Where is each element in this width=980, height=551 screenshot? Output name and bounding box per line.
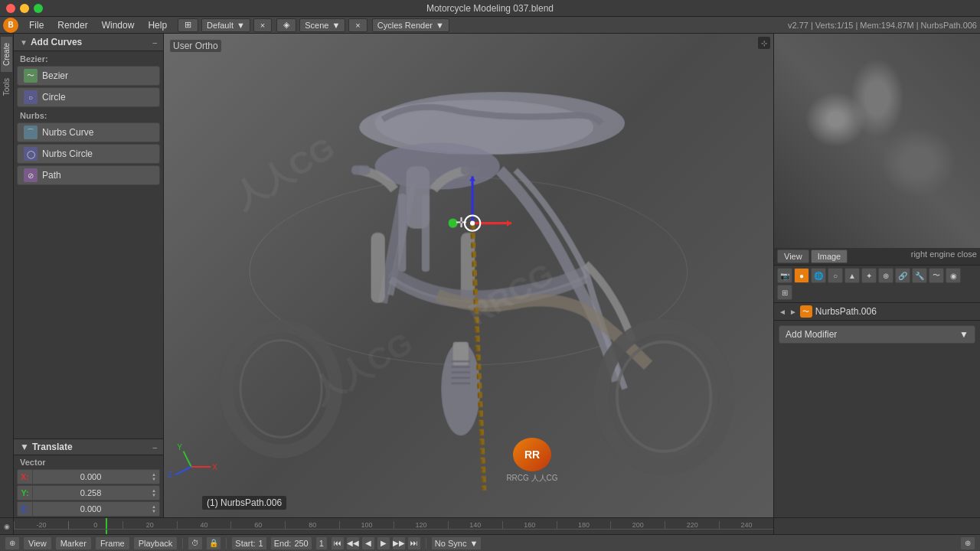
menu-render[interactable]: Render (51, 18, 93, 32)
x-vector-field: X: 0.000 ▲▼ (17, 469, 160, 484)
info-bar: v2.77 | Verts:1/15 | Mem:194.87M | Nurbs… (788, 21, 977, 30)
status-right-icon[interactable]: ⊕ (960, 536, 975, 550)
data-icon[interactable]: 〜 (929, 268, 944, 283)
blender-logo[interactable]: B (3, 18, 18, 33)
rrcg-circle-icon: RR (513, 438, 551, 471)
right-panel: View Image right engine close 📷 ● 🌐 ○ ▲ … (773, 34, 980, 517)
scene-close-btn[interactable]: × (348, 18, 367, 32)
jump-end-btn[interactable]: ⏭ (407, 536, 421, 550)
timeline-mark-200: 200 (610, 521, 665, 529)
bezier-button[interactable]: 〜 Bezier (17, 66, 160, 86)
menu-file[interactable]: File (23, 18, 50, 32)
rrcg-logo: RR RRCG 人人CG (498, 438, 567, 484)
current-frame-field[interactable]: 1 (315, 536, 328, 550)
play-btn[interactable]: ▶ (377, 536, 390, 550)
prev-frame-btn[interactable]: ◀ (361, 536, 375, 550)
status-sep-1 (182, 538, 183, 549)
z-value[interactable]: 0.000 (33, 504, 149, 514)
timeline-mark-60: 60 (230, 521, 285, 529)
scene-icon-btn[interactable]: ◈ (276, 18, 296, 32)
image-tab[interactable]: Image (811, 249, 848, 263)
timeline-track[interactable]: -20 0 20 40 60 80 100 120 140 160 180 20… (14, 518, 773, 534)
start-value[interactable]: 1 (259, 539, 263, 548)
texture-icon[interactable]: ⊞ (777, 285, 792, 300)
sync-dropdown[interactable]: No Sync ▼ (431, 536, 482, 550)
world-icon[interactable]: ○ (828, 268, 843, 283)
translate-collapse-icon[interactable]: ▼ (20, 442, 29, 452)
obj-props-icon[interactable]: ▲ (844, 268, 860, 283)
add-curves-header: ▼ Add Curves – (14, 34, 163, 51)
y-arrows[interactable]: ▲▼ (149, 486, 159, 500)
svg-rect-23 (461, 165, 479, 174)
x-axis-label: X: (18, 470, 33, 484)
svg-rect-7 (398, 194, 406, 272)
translate-close-btn[interactable]: – (152, 443, 157, 452)
next-frame-btn[interactable]: ▶▶ (392, 536, 406, 550)
circle-icon: ○ (24, 90, 38, 104)
path-label: Path (42, 170, 61, 181)
workspace-icon-btn[interactable]: ⊞ (178, 18, 198, 32)
timeline-mark--20: -20 (14, 521, 68, 529)
start-label: Start: (235, 539, 255, 548)
playback-controls: ⏮ ◀◀ ◀ ▶ ▶▶ ⏭ (331, 536, 421, 550)
add-modifier-btn[interactable]: Add Modifier ▼ (779, 325, 975, 344)
nurbs-circle-button[interactable]: ◯ Nurbs Circle (17, 144, 160, 164)
end-value[interactable]: 250 (294, 539, 308, 548)
status-playback-btn[interactable]: Playback (133, 536, 178, 550)
timeline-mark-180: 180 (557, 521, 611, 529)
status-view-btn[interactable]: View (23, 536, 52, 550)
y-value[interactable]: 0.258 (33, 488, 149, 497)
status-marker-btn[interactable]: Marker (55, 536, 92, 550)
nurbs-curve-button[interactable]: ⌒ Nurbs Curve (17, 122, 160, 142)
menu-help[interactable]: Help (142, 18, 173, 32)
right-nav-row: ◄ ► 〜 NurbsPath.006 (774, 303, 980, 321)
viewport[interactable]: ✛ X Y Z 人人CG RRCG 人人CG User Ortho (164, 34, 773, 517)
modifiers-icon[interactable]: 🔧 (912, 268, 927, 283)
side-tab-tools[interactable]: Tools (1, 72, 12, 102)
particles-icon[interactable]: ✦ (861, 268, 877, 283)
camera-icon[interactable]: 📷 (777, 268, 792, 283)
translate-header: ▼ Translate – (14, 439, 163, 455)
nurbs-curve-label: Nurbs Curve (42, 127, 93, 138)
x-value[interactable]: 0.000 (33, 472, 149, 481)
path-button[interactable]: ⊘ Path (17, 165, 160, 185)
status-icon[interactable]: ⊕ (5, 536, 20, 550)
scene-selector: ◈ Scene ▼ × (276, 18, 368, 32)
timeline-mark-100: 100 (339, 521, 394, 529)
material-icon[interactable]: ◉ (946, 268, 961, 283)
nav-back-icon[interactable]: ◄ (779, 308, 786, 316)
nav-forward-icon[interactable]: ► (789, 308, 797, 316)
side-tab-create[interactable]: Create (1, 37, 12, 72)
view-tab[interactable]: View (777, 249, 809, 263)
workspace-close-btn[interactable]: × (253, 18, 272, 32)
physics-icon[interactable]: ⊕ (878, 268, 893, 283)
current-frame-value[interactable]: 1 (319, 539, 324, 548)
menubar: B File Render Window Help ⊞ Default ▼ × … (0, 17, 980, 34)
renderer-selector: Cycles Render ▼ (372, 18, 449, 32)
sidebar-close-btn[interactable]: – (152, 38, 157, 47)
minimize-button[interactable] (20, 4, 29, 13)
prev-keyframe-btn[interactable]: ◀◀ (346, 536, 360, 550)
workspace-dropdown[interactable]: Default ▼ (201, 18, 250, 32)
x-arrows[interactable]: ▲▼ (149, 470, 159, 484)
nurbs-section-label: Nurbs: (14, 108, 163, 122)
main-layout: Create Tools ▼ Add Curves – Bezier: 〜 Be… (0, 34, 980, 517)
render-icon[interactable]: ● (794, 268, 809, 283)
svg-point-2 (359, 99, 593, 154)
circle-button[interactable]: ○ Circle (17, 87, 160, 107)
viewport-bg[interactable]: ✛ X Y Z 人人CG RRCG 人人CG User Ortho (164, 34, 773, 517)
scene-dropdown[interactable]: Scene ▼ (299, 18, 345, 32)
lock-icon[interactable]: 🔒 (206, 536, 221, 550)
z-arrows[interactable]: ▲▼ (149, 502, 159, 516)
collapse-arrow-icon[interactable]: ▼ (20, 38, 28, 47)
maximize-button[interactable] (34, 4, 43, 13)
jump-start-btn[interactable]: ⏮ (331, 536, 345, 550)
anim-icon[interactable]: ⏱ (188, 536, 203, 550)
renderer-dropdown[interactable]: Cycles Render ▼ (372, 18, 449, 32)
scene-icon[interactable]: 🌐 (811, 268, 826, 283)
constraints-icon[interactable]: 🔗 (895, 268, 910, 283)
close-button[interactable] (6, 4, 15, 13)
menu-window[interactable]: Window (96, 18, 141, 32)
vector-label: Vector (14, 455, 163, 468)
status-frame-btn[interactable]: Frame (95, 536, 130, 550)
